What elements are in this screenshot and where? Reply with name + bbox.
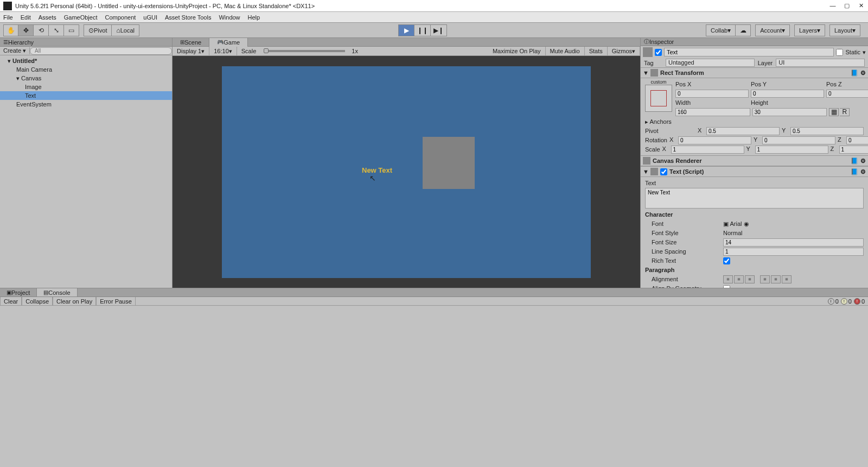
rot-z-field[interactable]	[846, 136, 868, 144]
help-icon[interactable]: 📘	[851, 168, 858, 175]
tree-item-camera[interactable]: Main Camera	[0, 65, 172, 74]
scene-tab[interactable]: ⊞ Scene	[173, 38, 209, 47]
pivot-y-field[interactable]	[790, 127, 864, 135]
raw-edit-icon[interactable]: R	[840, 108, 850, 116]
step-button[interactable]: ▶❙	[431, 24, 447, 36]
console-collapse-button[interactable]: Collapse	[22, 297, 53, 305]
blueprint-icon[interactable]: ▦	[829, 108, 839, 116]
collab-dropdown[interactable]: Collab ▾	[706, 24, 736, 36]
account-dropdown[interactable]: Account ▾	[755, 24, 790, 36]
rect-tool-icon[interactable]: ▭	[64, 24, 79, 36]
aspect-dropdown[interactable]: 16:10 ▾	[209, 47, 237, 55]
line-spacing-field[interactable]	[723, 248, 864, 256]
align-left-button[interactable]: ≡	[723, 275, 733, 283]
hand-tool-icon[interactable]: ✋	[3, 24, 18, 36]
hierarchy-tab[interactable]: ☰ Hierarchy	[0, 38, 172, 47]
game-viewport[interactable]: New Text ↖	[173, 56, 640, 288]
active-checkbox[interactable]	[655, 49, 662, 56]
scene-node[interactable]: ▾ Untitled*	[0, 56, 172, 65]
local-toggle[interactable]: ⌂ Local	[112, 24, 139, 36]
align-top-button[interactable]: ≡	[760, 275, 770, 283]
move-tool-icon[interactable]: ✥	[18, 24, 34, 36]
console-clear-button[interactable]: Clear	[0, 297, 22, 305]
pause-button[interactable]: ❙❙	[414, 24, 431, 36]
width-field[interactable]	[675, 108, 750, 116]
tree-item-canvas[interactable]: ▾ Canvas	[0, 74, 172, 83]
menu-file[interactable]: File	[3, 14, 13, 21]
layer-dropdown[interactable]: UI	[776, 59, 865, 67]
gear-icon[interactable]: ⚙	[860, 157, 866, 165]
rect-transform-header[interactable]: ▼ Rect Transform📘⚙	[641, 67, 868, 78]
console-clear-play-button[interactable]: Clear on Play	[53, 297, 96, 305]
menu-component[interactable]: Component	[105, 14, 136, 21]
warn-icon[interactable]: !	[841, 298, 847, 305]
error-icon[interactable]: !	[854, 298, 860, 305]
text-component-header[interactable]: ▼ Text (Script)📘⚙	[641, 166, 868, 177]
hierarchy-search[interactable]	[30, 47, 172, 55]
maximize-toggle[interactable]: Maximize On Play	[488, 47, 546, 55]
gizmos-toggle[interactable]: Gizmos ▾	[608, 47, 640, 55]
tree-item-text[interactable]: Text	[0, 91, 172, 100]
font-style-dropdown[interactable]: Normal	[723, 230, 742, 236]
menu-assets[interactable]: Assets	[39, 14, 56, 21]
align-right-button[interactable]: ≡	[745, 275, 755, 283]
scale-z-field[interactable]	[839, 146, 868, 154]
align-bottom-button[interactable]: ≡	[782, 275, 792, 283]
gear-icon[interactable]: ⚙	[860, 70, 866, 77]
scale-x-field[interactable]	[671, 146, 744, 154]
mute-toggle[interactable]: Mute Audio	[546, 47, 585, 55]
font-field[interactable]: ▣ Arial	[723, 220, 742, 228]
align-center-button[interactable]: ≡	[734, 275, 744, 283]
pivot-toggle[interactable]: ⊙ Pivot	[84, 24, 112, 36]
scale-y-field[interactable]	[755, 146, 828, 154]
align-middle-button[interactable]: ≡	[771, 275, 781, 283]
cloud-icon[interactable]: ☁	[736, 24, 751, 36]
rot-x-field[interactable]	[678, 136, 751, 144]
font-size-field[interactable]	[723, 238, 864, 247]
posz-field[interactable]	[826, 90, 868, 98]
menu-assetstore[interactable]: Asset Store Tools	[165, 14, 211, 21]
layers-dropdown[interactable]: Layers ▾	[794, 24, 825, 36]
align-geometry-checkbox[interactable]	[723, 285, 730, 288]
text-enabled-checkbox[interactable]	[660, 168, 667, 175]
tag-dropdown[interactable]: Untagged	[666, 59, 755, 67]
rot-y-field[interactable]	[762, 136, 835, 144]
menu-window[interactable]: Window	[219, 14, 240, 21]
game-tab[interactable]: 🎮 Game	[209, 38, 248, 47]
help-icon[interactable]: 📘	[851, 70, 858, 77]
layout-dropdown[interactable]: Layout ▾	[829, 24, 860, 36]
menu-edit[interactable]: Edit	[21, 14, 31, 21]
console-error-pause-button[interactable]: Error Pause	[96, 297, 136, 305]
display-dropdown[interactable]: Display 1 ▾	[173, 47, 209, 55]
posx-field[interactable]	[675, 90, 749, 98]
close-icon[interactable]: ✕	[857, 2, 865, 9]
scale-slider[interactable]	[264, 50, 345, 52]
menu-gameobject[interactable]: GameObject	[64, 14, 98, 21]
anchor-preset-button[interactable]	[645, 85, 672, 112]
rich-text-checkbox[interactable]	[723, 257, 730, 264]
gear-icon[interactable]: ⚙	[860, 168, 866, 175]
maximize-icon[interactable]: ▢	[843, 2, 851, 9]
project-tab[interactable]: ▣ Project	[0, 288, 37, 296]
inspector-tab[interactable]: ⓘ Inspector	[641, 38, 868, 46]
anchors-foldout[interactable]: ▸ Anchors	[645, 118, 721, 125]
height-field[interactable]	[752, 108, 827, 116]
static-checkbox[interactable]	[836, 49, 843, 56]
create-dropdown[interactable]: Create ▾	[0, 47, 30, 54]
canvas-renderer-header[interactable]: Canvas Renderer📘⚙	[641, 155, 868, 166]
object-picker-icon[interactable]: ◉	[744, 220, 749, 228]
tree-item-eventsystem[interactable]: EventSystem	[0, 100, 172, 109]
console-tab[interactable]: ▤ Console	[37, 288, 77, 296]
menu-help[interactable]: Help	[248, 14, 260, 21]
minimize-icon[interactable]: —	[829, 2, 837, 9]
stats-toggle[interactable]: Stats	[585, 47, 608, 55]
pivot-x-field[interactable]	[706, 127, 780, 135]
text-value-field[interactable]: New Text	[645, 188, 864, 209]
tree-item-image[interactable]: Image	[0, 83, 172, 91]
help-icon[interactable]: 📘	[851, 157, 858, 165]
scale-tool-icon[interactable]: ⤡	[49, 24, 64, 36]
object-name-field[interactable]	[664, 48, 834, 56]
menu-ugui[interactable]: uGUI	[143, 14, 157, 21]
play-button[interactable]: ▶	[398, 24, 414, 36]
info-icon[interactable]: i	[828, 298, 834, 305]
